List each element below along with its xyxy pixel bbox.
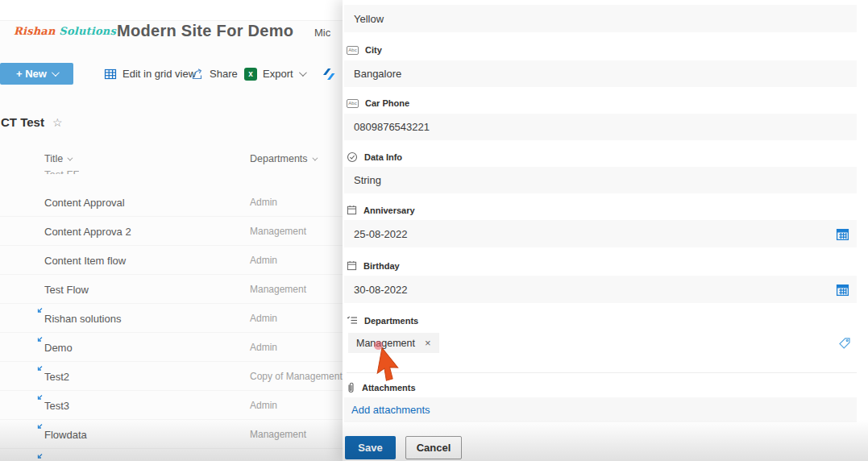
row-title: Rishan solutions (44, 312, 121, 324)
column-header-title[interactable]: Title (44, 153, 71, 164)
excel-icon: x (244, 68, 257, 81)
attention-arrow-icon (35, 365, 44, 373)
chevron-down-icon (52, 69, 60, 77)
birthday-value: 30-08-2022 (354, 284, 408, 296)
table-row[interactable]: Content Approval Admin (0, 188, 348, 217)
top-nav-partial: Mic (314, 27, 330, 39)
car-phone-input[interactable]: 0809876543221 (344, 114, 857, 140)
datepicker-calendar-icon[interactable] (836, 282, 850, 297)
text-field-icon: Abc (347, 99, 359, 108)
row-departments: Admin (250, 400, 277, 411)
attachments-area: Add attachments (344, 397, 857, 422)
site-logo[interactable]: Rishan Solutions (14, 25, 116, 37)
add-attachments-link[interactable]: Add attachments (351, 404, 430, 416)
attention-arrow-icon (35, 336, 44, 344)
click-highlight (374, 341, 383, 350)
list-title: CT Test ☆ (1, 115, 62, 129)
share-label: Share (210, 68, 238, 80)
row-departments: Admin (250, 313, 277, 324)
automate-icon (321, 68, 335, 81)
attachments-field-label: Attachments (347, 382, 416, 393)
row-departments: Copy of Management (250, 371, 343, 382)
row-title: Content Approva 2 (44, 225, 131, 237)
data-info-field-label: Data Info (347, 152, 402, 163)
car-phone-field-label: Abc Car Phone (347, 98, 409, 108)
share-icon (190, 68, 204, 81)
export-label: Export (263, 68, 293, 80)
table-row[interactable]: Test Flow Management (0, 275, 348, 304)
favorite-star-icon[interactable]: ☆ (52, 116, 63, 129)
row-title: Content Approval (44, 196, 125, 208)
command-bar: + New Edit in grid view Share x Export (0, 63, 348, 85)
table-row[interactable]: Content Approva 2 Management (0, 217, 348, 246)
cancel-button[interactable]: Cancel (405, 436, 462, 459)
check-circle-icon (347, 152, 358, 163)
attention-arrow-icon (35, 423, 44, 431)
city-field-label: Abc City (347, 45, 382, 55)
edit-in-grid-view-label: Edit in grid view (123, 68, 196, 80)
edit-in-grid-view-button[interactable]: Edit in grid view (104, 63, 196, 85)
logo-text-2: Solutions (59, 25, 116, 37)
logo-text-1: Rishan (14, 25, 56, 37)
anniversary-value: 25-08-2022 (354, 228, 408, 240)
anniversary-field-label: Anniversary (347, 205, 415, 215)
row-title: Test3 (44, 399, 69, 411)
table-row-partial[interactable]: Test FF (44, 168, 79, 174)
table-row[interactable]: Flowdata Management (0, 420, 348, 449)
export-button[interactable]: x Export (244, 63, 305, 85)
paperclip-icon (347, 382, 355, 393)
attention-arrow-icon (35, 394, 44, 402)
row-departments: Admin (250, 255, 277, 266)
row-title: Content Item flow (44, 254, 126, 266)
attention-arrow-icon (35, 307, 44, 315)
attention-arrow-icon (35, 453, 44, 461)
birthday-input[interactable]: 30-08-2022 (344, 276, 857, 303)
chevron-down-icon (312, 155, 318, 160)
remove-tag-icon[interactable]: × (425, 337, 431, 349)
table-body: Content Approval Admin Content Approva 2… (0, 188, 348, 449)
edit-item-panel: Yellow Abc City Bangalore Abc Car Phone … (343, 0, 868, 461)
share-button[interactable]: Share (190, 63, 238, 85)
automate-button[interactable] (321, 63, 335, 85)
site-title: Modern Site For Demo (117, 22, 293, 40)
row-departments: Admin (250, 342, 277, 353)
list-page: Rishan Solutions Modern Site For Demo Mi… (0, 0, 348, 461)
row-departments: Management (250, 429, 306, 440)
multichoice-icon (347, 315, 358, 326)
chevron-down-icon (299, 69, 307, 77)
chevron-down-icon (68, 155, 73, 160)
table-row[interactable]: Content Item flow Admin (0, 246, 348, 275)
tag-picker-icon[interactable] (838, 337, 851, 350)
calendar-icon (347, 205, 357, 215)
text-field-icon: Abc (347, 46, 359, 55)
datepicker-calendar-icon[interactable] (836, 226, 850, 241)
save-button[interactable]: Save (345, 436, 396, 459)
table-row[interactable]: Demo Admin (0, 333, 348, 362)
row-departments: Management (250, 226, 306, 237)
column-header-departments[interactable]: Departments (250, 153, 316, 164)
top-field-input[interactable]: Yellow (344, 5, 857, 32)
birthday-field-label: Birthday (347, 260, 400, 271)
department-tag-management[interactable]: Management × (348, 333, 439, 353)
row-title: Test2 (44, 370, 69, 382)
row-title: Flowdata (44, 428, 87, 440)
table-row[interactable]: Test2 Copy of Management (0, 362, 348, 391)
grid-icon (104, 68, 117, 81)
tag-label: Management (356, 338, 415, 349)
departments-field-label: Departments (347, 315, 418, 326)
table-row[interactable]: Rishan solutions Admin (0, 304, 348, 333)
section-divider (347, 372, 857, 373)
row-title: Test Flow (44, 283, 89, 295)
list-title-text: CT Test (1, 115, 44, 129)
table-row[interactable]: Test3 Admin (0, 391, 348, 420)
row-departments: Management (250, 284, 306, 295)
city-input[interactable]: Bangalore (344, 60, 857, 87)
row-title: Demo (44, 341, 73, 353)
data-info-input[interactable]: String (344, 167, 857, 193)
new-button-label: + New (16, 68, 47, 80)
calendar-icon (347, 260, 357, 271)
suite-bar (0, 0, 348, 21)
anniversary-input[interactable]: 25-08-2022 (344, 220, 857, 247)
row-departments: Admin (250, 197, 277, 208)
new-button[interactable]: + New (0, 63, 73, 85)
